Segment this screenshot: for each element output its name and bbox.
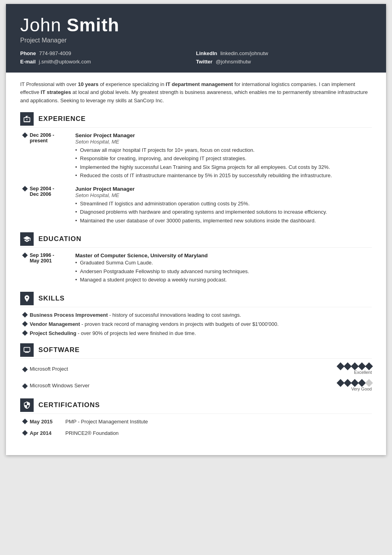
bullet-col	[20, 330, 30, 336]
rating-label: Excellent	[354, 370, 372, 375]
software-rating: Very Good	[320, 380, 372, 391]
email-value: j.smith@uptowork.com	[39, 59, 91, 65]
skill-text: Business Process Improvement - history o…	[30, 312, 372, 318]
contact-linkedin: LinkedIn linkedin.com/johnutw	[196, 50, 372, 56]
certifications-icon	[20, 398, 34, 412]
bullet-item: Reduced the costs of IT infrastructure m…	[75, 172, 372, 180]
bullet-item: Managed a student project to develop a w…	[75, 276, 372, 284]
svg-rect-0	[26, 119, 27, 120]
skills-icon	[20, 292, 34, 305]
skill-desc: - proven track record of managing vendor…	[80, 321, 278, 327]
software-header: SOFTWARE	[20, 343, 372, 359]
bullet-col	[20, 132, 30, 180]
experience-section: EXPERIENCE Dec 2006 - present Senior Pro…	[20, 112, 372, 226]
linkedin-label: LinkedIn	[196, 50, 217, 56]
skill-desc: - over 90% of projects led were finished…	[76, 330, 196, 336]
resume-body: IT Professional with over 10 years of ex…	[6, 73, 386, 455]
skill-item-3: Project Scheduling - over 90% of project…	[20, 330, 372, 336]
dot-5	[365, 362, 373, 370]
rating-dots	[338, 364, 372, 369]
certificate-icon	[23, 401, 31, 409]
bullet-col	[20, 186, 30, 226]
skill-name: Project Scheduling	[30, 330, 76, 336]
bullet-col	[20, 312, 30, 318]
software-name: Microsoft Windows Server	[30, 383, 320, 388]
candidate-name: John Smith	[20, 15, 372, 35]
dot-2	[344, 379, 352, 387]
education-title: EDUCATION	[38, 235, 82, 243]
contact-info: Phone 774-987-4009 LinkedIn linkedin.com…	[20, 50, 372, 65]
bullet-item: Responsible for creating, improving, and…	[75, 155, 372, 163]
bullet-col	[20, 419, 30, 425]
job-title: Junior Project Manager	[75, 186, 372, 192]
cert-date: Apr 2014	[30, 430, 65, 436]
phone-label: Phone	[20, 50, 36, 56]
diamond-bullet	[22, 312, 28, 318]
bullet-item: Oversaw all major hospital IT projects f…	[75, 146, 372, 154]
resume-header: John Smith Project Manager Phone 774-987…	[6, 4, 386, 73]
monitor-icon	[23, 346, 31, 354]
diamond-bullet	[22, 132, 28, 138]
summary-section: IT Professional with over 10 years of ex…	[20, 80, 372, 105]
cert-entry-2: Apr 2014 PRINCE2® Foundation	[20, 430, 372, 436]
software-name: Microsoft Project	[30, 366, 320, 372]
diamond-bullet	[22, 419, 28, 424]
candidate-title: Project Manager	[20, 37, 372, 44]
dot-4	[358, 362, 366, 370]
certifications-title: CERTIFICATIONS	[38, 401, 100, 409]
resume-document: John Smith Project Manager Phone 774-987…	[6, 4, 386, 455]
dot-1	[337, 379, 344, 387]
last-name: Smith	[67, 15, 120, 35]
cert-date: May 2015	[30, 419, 65, 425]
rating-dots	[338, 380, 372, 386]
skill-text: Vendor Management - proven track record …	[30, 321, 372, 327]
software-title: SOFTWARE	[38, 346, 80, 354]
dot-4	[358, 379, 366, 387]
skill-desc: - history of successful innovations lead…	[108, 312, 241, 318]
job-bullets: Oversaw all major hospital IT projects f…	[75, 146, 372, 180]
dot-3	[351, 362, 359, 370]
entry-date: Sep 1996 - May 2001	[30, 253, 75, 285]
bullet-col	[20, 321, 30, 327]
education-icon	[20, 232, 34, 246]
dot-2	[344, 362, 352, 370]
job-org: Seton Hospital, ME	[75, 192, 372, 198]
skill-name: Business Process Improvement	[30, 312, 108, 318]
skill-name: Vendor Management	[30, 321, 80, 327]
bullet-item: Implemented the highly successful Lean T…	[75, 163, 372, 171]
dot-5	[365, 379, 373, 387]
software-entry-1: Microsoft Project Excellent	[20, 364, 372, 375]
contact-phone: Phone 774-987-4009	[20, 50, 196, 56]
briefcase-icon	[23, 115, 31, 123]
bullet-col	[20, 383, 30, 388]
email-label: E-mail	[20, 59, 36, 65]
cert-name: PRINCE2® Foundation	[65, 430, 119, 436]
degree-title: Master of Computer Science, University o…	[75, 253, 372, 258]
entry-date: Sep 2004 - Dec 2006	[30, 186, 75, 226]
first-name: John	[20, 15, 67, 35]
experience-entry-2: Sep 2004 - Dec 2006 Junior Project Manag…	[20, 186, 372, 226]
job-bullets: Streamlined IT logistics and administrat…	[75, 200, 372, 225]
skill-item-1: Business Process Improvement - history o…	[20, 312, 372, 318]
skill-item-2: Vendor Management - proven track record …	[20, 321, 372, 327]
phone-value: 774-987-4009	[39, 50, 71, 56]
entry-content: Senior Project Manager Seton Hospital, M…	[75, 132, 372, 180]
skills-header: SKILLS	[20, 292, 372, 307]
bullet-col	[20, 253, 30, 285]
software-icon	[20, 343, 34, 357]
experience-entry-1: Dec 2006 - present Senior Project Manage…	[20, 132, 372, 180]
bullet-item: Streamlined IT logistics and administrat…	[75, 200, 372, 208]
contact-email: E-mail j.smith@uptowork.com	[20, 59, 196, 65]
diamond-bullet	[22, 186, 28, 191]
skills-section: SKILLS Business Process Improvement - hi…	[20, 292, 372, 336]
twitter-value: @johnsmithutw	[216, 59, 251, 65]
bullet-item: Graduated Summa Cum Laude.	[75, 259, 372, 267]
twitter-label: Twitter	[196, 59, 213, 65]
certifications-section: CERTIFICATIONS May 2015 PMP - Project Ma…	[20, 398, 372, 436]
education-header: EDUCATION	[20, 232, 372, 248]
contact-twitter: Twitter @johnsmithutw	[196, 59, 372, 65]
bullet-item: Maintained the user database of over 300…	[75, 217, 372, 225]
bullet-col	[20, 367, 30, 371]
graduation-icon	[23, 235, 31, 243]
diamond-bullet	[22, 330, 28, 336]
